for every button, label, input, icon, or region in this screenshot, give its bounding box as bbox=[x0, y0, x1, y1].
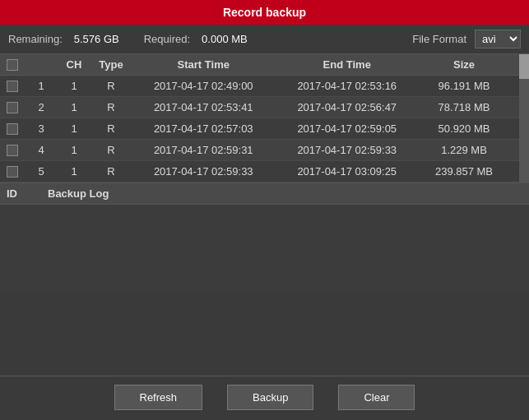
row-start-5: 2017-04-17 02:59:33 bbox=[132, 165, 276, 178]
col-header-type: Type bbox=[90, 58, 132, 71]
row-ch-3: 1 bbox=[58, 122, 90, 135]
select-all-checkbox[interactable] bbox=[7, 59, 18, 71]
row-checkbox-5[interactable] bbox=[7, 166, 18, 178]
row-end-2: 2017-04-17 02:56:47 bbox=[276, 101, 420, 113]
log-label-col: Backup Log bbox=[48, 187, 522, 200]
scroll-thumb[interactable] bbox=[519, 54, 529, 79]
remaining-label: Remaining: bbox=[8, 33, 63, 45]
row-start-1: 2017-04-17 02:49:00 bbox=[132, 80, 276, 92]
table-header: CH Type Start Time End Time Size bbox=[0, 54, 519, 76]
row-size-5: 239.857 MB bbox=[419, 165, 509, 178]
remaining-value: 5.576 GB bbox=[74, 33, 119, 45]
table-scrollbar[interactable] bbox=[519, 54, 529, 182]
col-header-ch: CH bbox=[58, 58, 90, 71]
table-row: 2 1 R 2017-04-17 02:53:41 2017-04-17 02:… bbox=[0, 97, 519, 118]
bottom-buttons: Refresh Backup Clear bbox=[0, 376, 529, 420]
row-id-5: 5 bbox=[25, 165, 58, 178]
row-type-4: R bbox=[90, 144, 132, 156]
backup-button[interactable]: Backup bbox=[227, 385, 313, 410]
row-id-4: 4 bbox=[25, 144, 58, 156]
col-header-start: Start Time bbox=[132, 58, 276, 71]
row-type-1: R bbox=[90, 80, 132, 92]
title-text: Record backup bbox=[223, 6, 306, 19]
required-value: 0.000 MB bbox=[202, 33, 248, 45]
table-row: 1 1 R 2017-04-17 02:49:00 2017-04-17 02:… bbox=[0, 76, 519, 97]
title-bar: Record backup bbox=[0, 0, 529, 25]
required-label: Required: bbox=[144, 33, 190, 45]
row-id-3: 3 bbox=[25, 122, 58, 135]
top-bar: Remaining: 5.576 GB Required: 0.000 MB F… bbox=[0, 25, 529, 54]
row-end-4: 2017-04-17 02:59:33 bbox=[276, 144, 420, 156]
table-row: 5 1 R 2017-04-17 02:59:33 2017-04-17 03:… bbox=[0, 161, 519, 182]
clear-button[interactable]: Clear bbox=[338, 385, 415, 410]
refresh-button[interactable]: Refresh bbox=[114, 385, 203, 410]
table-row: 3 1 R 2017-04-17 02:57:03 2017-04-17 02:… bbox=[0, 118, 519, 140]
file-format-select[interactable]: avi mp4 mkv bbox=[475, 30, 521, 48]
row-type-3: R bbox=[90, 122, 132, 135]
table-row: 4 1 R 2017-04-17 02:59:31 2017-04-17 02:… bbox=[0, 140, 519, 161]
table-rows-container: 1 1 R 2017-04-17 02:49:00 2017-04-17 02:… bbox=[0, 76, 519, 182]
row-checkbox-3[interactable] bbox=[7, 123, 18, 135]
row-type-5: R bbox=[90, 165, 132, 178]
row-ch-5: 1 bbox=[58, 165, 90, 178]
row-start-3: 2017-04-17 02:57:03 bbox=[132, 122, 276, 135]
row-ch-1: 1 bbox=[58, 80, 90, 92]
log-body bbox=[0, 205, 529, 291]
row-end-1: 2017-04-17 02:53:16 bbox=[276, 80, 420, 92]
row-ch-4: 1 bbox=[58, 144, 90, 156]
log-section: ID Backup Log bbox=[0, 182, 529, 291]
row-end-3: 2017-04-17 02:59:05 bbox=[276, 122, 420, 135]
col-header-end: End Time bbox=[276, 58, 420, 71]
row-checkbox-2[interactable] bbox=[7, 102, 18, 113]
row-ch-2: 1 bbox=[58, 101, 90, 113]
row-size-3: 50.920 MB bbox=[419, 122, 509, 135]
row-size-4: 1.229 MB bbox=[419, 144, 509, 156]
row-size-1: 96.191 MB bbox=[419, 80, 509, 92]
file-format-label: File Format bbox=[412, 33, 466, 45]
row-end-5: 2017-04-17 03:09:25 bbox=[276, 165, 420, 178]
log-id-col: ID bbox=[7, 187, 48, 200]
row-checkbox-1[interactable] bbox=[7, 81, 18, 92]
table-container: CH Type Start Time End Time Size 1 1 R 2… bbox=[0, 54, 529, 182]
row-checkbox-4[interactable] bbox=[7, 145, 18, 156]
row-size-2: 78.718 MB bbox=[419, 101, 509, 113]
row-id-2: 2 bbox=[25, 101, 58, 113]
col-header-size: Size bbox=[419, 58, 509, 71]
row-id-1: 1 bbox=[25, 80, 58, 92]
log-header: ID Backup Log bbox=[0, 183, 529, 205]
row-start-2: 2017-04-17 02:53:41 bbox=[132, 101, 276, 113]
row-start-4: 2017-04-17 02:59:31 bbox=[132, 144, 276, 156]
row-type-2: R bbox=[90, 101, 132, 113]
